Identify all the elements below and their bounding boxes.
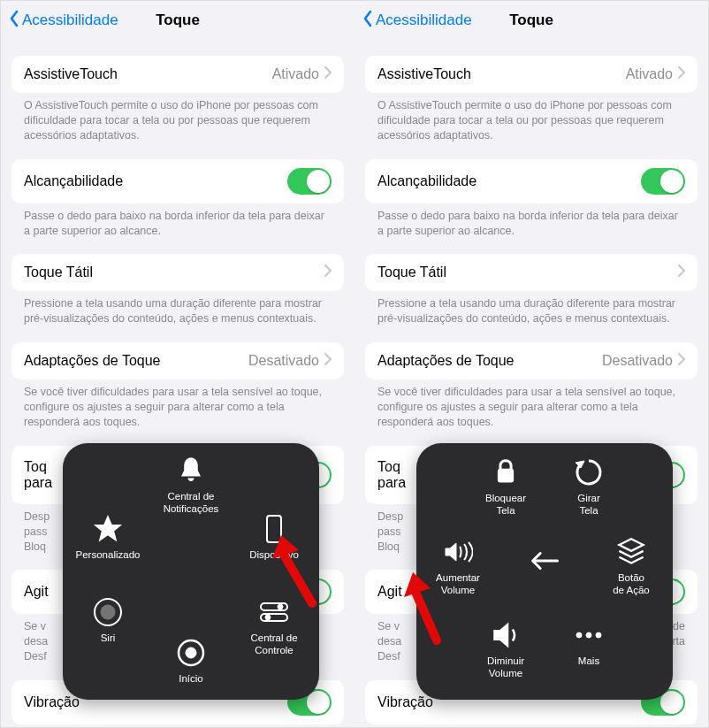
at-control-center[interactable]: Central de Controle xyxy=(234,595,314,657)
home-icon xyxy=(174,636,208,670)
chevron-right-icon xyxy=(324,353,332,369)
settings-pane-right: Acessibilidade Toque AssistiveTouch Ativ… xyxy=(354,1,708,727)
touch-accommodations-row[interactable]: Adaptações de Toque Desativado xyxy=(11,342,344,379)
svg-point-6 xyxy=(265,615,271,620)
nav-bar: Acessibilidade Toque xyxy=(1,1,354,40)
row-value: Ativado xyxy=(272,66,319,82)
back-button[interactable]: Acessibilidade xyxy=(362,10,472,32)
at-label: Início xyxy=(179,673,203,686)
at-siri[interactable]: Siri xyxy=(68,595,148,645)
at-custom[interactable]: Personalizado xyxy=(68,512,148,562)
at-lock-screen[interactable]: Bloquear Tela xyxy=(466,456,545,517)
at-back[interactable] xyxy=(505,544,584,578)
row-label: Adaptações de Toque xyxy=(377,353,515,369)
row-label: Toque Tátil xyxy=(24,264,93,280)
volume-up-icon xyxy=(441,535,475,569)
row-value: Ativado xyxy=(626,66,673,82)
row-label: AssistiveTouch xyxy=(377,66,471,82)
row-value: Desativado xyxy=(248,353,319,369)
star-icon xyxy=(91,512,125,546)
at-label: Bloquear Tela xyxy=(485,493,526,517)
chevron-right-icon xyxy=(678,353,685,369)
at-label: Central de Controle xyxy=(250,632,297,657)
control-center-icon xyxy=(257,595,291,629)
back-label: Acessibilidade xyxy=(376,11,472,29)
phone-icon xyxy=(257,512,291,546)
vibration-footer: Quando esta opção estiver desativada, to… xyxy=(365,724,698,727)
at-label: Mais xyxy=(578,655,599,668)
row-label: Alcançabilidade xyxy=(24,173,287,189)
at-action-button[interactable]: Botão de Ação xyxy=(591,535,671,597)
accommodations-footer: Se você tiver dificuldades para usar a t… xyxy=(365,379,698,430)
layers-icon xyxy=(614,535,648,569)
at-notification-center[interactable]: Central de Notificações xyxy=(151,454,231,516)
at-label: Girar Tela xyxy=(577,493,600,517)
at-volume-down[interactable]: Diminuir Volume xyxy=(466,618,545,680)
at-volume-up[interactable]: Aumentar Volume xyxy=(418,535,498,597)
toggle-on-icon[interactable] xyxy=(287,168,332,195)
chevron-right-icon xyxy=(678,66,685,82)
reachability-footer: Passe o dedo para baixo na borda inferio… xyxy=(11,203,344,239)
reachability-footer: Passe o dedo para baixo na borda inferio… xyxy=(365,203,698,239)
assistivetouch-row[interactable]: AssistiveTouch Ativado xyxy=(365,56,698,93)
haptic-touch-row[interactable]: Toque Tátil xyxy=(365,254,698,291)
lock-icon xyxy=(489,456,522,489)
siri-icon xyxy=(91,595,125,629)
at-home[interactable]: Início xyxy=(151,636,231,686)
chevron-left-icon xyxy=(362,10,374,32)
at-device[interactable]: Dispositivo xyxy=(234,512,314,562)
more-icon xyxy=(572,618,606,652)
nav-bar: Acessibilidade Toque xyxy=(354,1,708,40)
svg-point-10 xyxy=(576,632,582,638)
row-label: Alcançabilidade xyxy=(377,173,641,189)
chevron-right-icon xyxy=(324,66,332,82)
assistivetouch-row[interactable]: AssistiveTouch Ativado xyxy=(11,56,344,93)
assistivetouch-footer: O AssistiveTouch permite o uso do iPhone… xyxy=(11,93,344,143)
svg-rect-0 xyxy=(267,516,281,542)
volume-down-icon xyxy=(489,618,522,652)
chevron-right-icon xyxy=(678,264,685,280)
bell-icon xyxy=(174,454,208,487)
assistivetouch-menu[interactable]: Central de Notificações Personalizado Di… xyxy=(63,443,319,700)
vibration-footer: Quando esta opção estiver desativada, to… xyxy=(11,724,344,727)
toggle-on-icon[interactable] xyxy=(641,168,685,195)
svg-point-2 xyxy=(101,605,115,619)
rotate-icon xyxy=(572,456,606,489)
at-label: Siri xyxy=(101,632,116,645)
back-button[interactable]: Acessibilidade xyxy=(8,10,118,32)
haptic-footer: Pressione a tela usando uma duração dife… xyxy=(365,291,698,326)
touch-accommodations-row[interactable]: Adaptações de Toque Desativado xyxy=(365,342,698,379)
assistivetouch-device-menu[interactable]: Bloquear Tela Girar Tela Aumentar Volume xyxy=(416,443,673,700)
reachability-row[interactable]: Alcançabilidade xyxy=(365,159,698,203)
at-label: Central de Notificações xyxy=(164,491,219,516)
haptic-footer: Pressione a tela usando uma duração dife… xyxy=(11,291,344,326)
at-label: Diminuir Volume xyxy=(487,655,524,680)
at-label: Aumentar Volume xyxy=(436,572,480,597)
at-label: Personalizado xyxy=(76,549,141,562)
row-label: Toque Tátil xyxy=(377,264,446,280)
accommodations-footer: Se você tiver dificuldades para usar a t… xyxy=(11,379,344,430)
at-more[interactable]: Mais xyxy=(549,618,629,668)
row-label: AssistiveTouch xyxy=(24,66,118,82)
svg-point-11 xyxy=(586,632,591,638)
chevron-left-icon xyxy=(8,10,20,32)
svg-point-4 xyxy=(278,604,283,609)
assistivetouch-footer: O AssistiveTouch permite o uso do iPhone… xyxy=(365,93,698,143)
settings-pane-left: Acessibilidade Toque AssistiveTouch Ativ… xyxy=(1,1,354,727)
row-label: Adaptações de Toque xyxy=(24,353,161,369)
at-label: Dispositivo xyxy=(249,549,299,562)
svg-point-8 xyxy=(186,648,196,658)
arrow-left-icon xyxy=(528,544,561,578)
haptic-touch-row[interactable]: Toque Tátil xyxy=(11,254,344,291)
svg-point-12 xyxy=(596,632,601,638)
row-value: Desativado xyxy=(602,353,673,369)
chevron-right-icon xyxy=(324,264,332,280)
at-label: Botão de Ação xyxy=(613,572,650,597)
at-rotate-screen[interactable]: Girar Tela xyxy=(549,456,629,517)
reachability-row[interactable]: Alcançabilidade xyxy=(11,159,344,203)
back-label: Acessibilidade xyxy=(22,11,118,29)
svg-rect-9 xyxy=(499,469,514,482)
